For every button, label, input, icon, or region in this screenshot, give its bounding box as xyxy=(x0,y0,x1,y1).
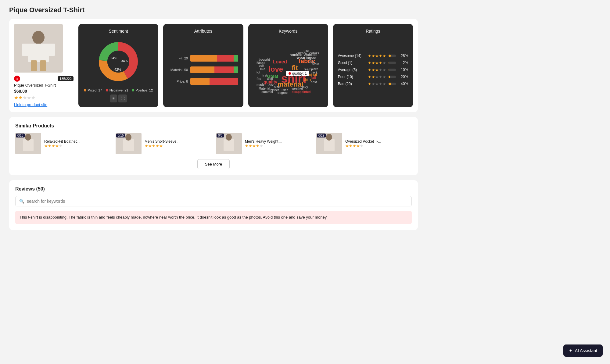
keywords-title: Keywords xyxy=(253,29,323,34)
similar-products-section: Similar Products 0/15Relaxed-Fit Boatnec… xyxy=(9,117,418,175)
similar-badge: 0/15 xyxy=(116,134,125,137)
ratings-chart: Awesome (14)★★★★★28%Good (1)★★★★★2%Avera… xyxy=(338,37,408,102)
product-stars: ★★★★★ xyxy=(14,95,74,101)
rating-row: Bad (20)★★★★★40% xyxy=(338,82,408,86)
review-item: This t-shirt is disappointing. The fabri… xyxy=(15,211,412,224)
keyword-word[interactable]: thin xyxy=(303,77,311,82)
donut-chart: 24% 34% 42% xyxy=(97,40,140,83)
keyword-word[interactable]: soft xyxy=(259,64,264,67)
attr-row-price: Price: 8 xyxy=(168,78,238,85)
page-title: Pique Oversized T-Shirt xyxy=(9,6,418,14)
attr-row-material: Material: 50 xyxy=(168,66,238,73)
legend-negative: Negative: 21 xyxy=(106,88,128,92)
donut-legend: Mixed: 17 Negative: 21 Positive: 12 xyxy=(84,86,153,92)
keyword-word[interactable]: fits xyxy=(257,77,261,80)
attr-row-fit: Fit: 29 xyxy=(168,55,238,62)
similar-products-title: Similar Products xyxy=(15,123,412,129)
similar-badge: 0/29 xyxy=(317,134,326,137)
svg-rect-19 xyxy=(123,139,134,151)
product-brand-row: ● 185/222 xyxy=(14,76,74,82)
svg-rect-16 xyxy=(23,139,34,151)
svg-text:24%: 24% xyxy=(110,56,117,60)
keyword-word[interactable]: first xyxy=(261,74,267,77)
similar-products-grid: 0/15Relaxed-Fit Boatnec...★★★★★0/15Men's… xyxy=(15,133,412,154)
sentiment-chart: 24% 34% 42% Mixed: 17 Negative: 21 xyxy=(83,37,153,102)
review-count-badge: 185/222 xyxy=(58,76,74,81)
product-image xyxy=(14,24,63,73)
keyword-word[interactable]: store xyxy=(308,56,316,60)
rating-row: Good (1)★★★★★2% xyxy=(338,61,408,65)
svg-point-20 xyxy=(125,134,131,141)
keyword-word[interactable]: Loved xyxy=(273,59,287,65)
hero-section: ● 185/222 Pique Oversized T-Shirt $68.00… xyxy=(9,19,418,112)
attributes-title: Attributes xyxy=(168,29,238,34)
rating-row: Poor (10)★★★★★20% xyxy=(338,75,408,79)
svg-rect-22 xyxy=(224,139,234,151)
keywords-card: Keywords shirtlovefitfabricLovedmaterial… xyxy=(248,24,328,107)
svg-rect-3 xyxy=(22,44,29,56)
product-card: ● 185/222 Pique Oversized T-Shirt $68.00… xyxy=(14,24,74,107)
keyword-word[interactable]: fall xyxy=(310,76,316,80)
expand-button[interactable]: ⛶ xyxy=(118,95,127,102)
sentiment-title: Sentiment xyxy=(83,29,153,34)
svg-point-17 xyxy=(25,134,31,141)
ratings-card: Ratings Awesome (14)★★★★★28%Good (1)★★★★… xyxy=(333,24,413,107)
svg-rect-4 xyxy=(48,44,55,56)
similar-product-item[interactable]: 0/6Men's Heavy Weight ...★★★★★ xyxy=(216,133,311,154)
keyword-word[interactable]: lot xyxy=(257,71,260,74)
similar-product-item[interactable]: 0/29Oversized Pocket T-...★★★★★ xyxy=(316,133,412,154)
keyword-word[interactable]: Wore xyxy=(310,67,318,71)
svg-rect-6 xyxy=(40,60,46,71)
search-input[interactable] xyxy=(27,199,408,204)
similar-badge: 0/15 xyxy=(16,134,25,137)
product-name: Pique Oversized T-Shirt xyxy=(14,83,74,87)
sentiment-card: Sentiment xyxy=(78,24,158,107)
ratings-title: Ratings xyxy=(338,29,408,34)
keyword-word[interactable]: degree xyxy=(278,91,288,95)
svg-rect-2 xyxy=(28,44,49,62)
attributes-card: Attributes Fit: 29 Material: 50 xyxy=(163,24,243,107)
keyword-word[interactable]: use xyxy=(303,49,309,53)
search-box: 🔍 xyxy=(15,196,412,206)
svg-point-1 xyxy=(32,31,45,44)
product-price: $68.00 xyxy=(14,89,74,94)
reviews-title: Reviews (50) xyxy=(15,186,412,192)
rating-row: Awesome (14)★★★★★28% xyxy=(338,54,408,58)
keyword-word[interactable]: Navy xyxy=(301,85,308,89)
keyword-word[interactable]: disappointed xyxy=(292,90,310,94)
svg-rect-25 xyxy=(324,139,335,151)
similar-product-item[interactable]: 0/15Men's Short-Sleeve ...★★★★★ xyxy=(116,133,211,154)
keyword-word[interactable]: love xyxy=(268,65,283,73)
reviews-section: Reviews (50) 🔍 This t-shirt is disappoin… xyxy=(9,180,418,230)
keywords-chart: shirtlovefitfabricLovedmaterialqualityGr… xyxy=(253,37,323,102)
svg-point-23 xyxy=(226,134,232,141)
attr-bar-material xyxy=(190,66,238,73)
attributes-chart: Fit: 29 Material: 50 xyxy=(168,37,238,102)
attr-bar-fit xyxy=(190,55,238,62)
legend-positive: Positive: 12 xyxy=(132,88,153,92)
filter-button[interactable]: ≡ xyxy=(110,95,117,102)
svg-text:42%: 42% xyxy=(114,68,121,71)
keyword-word[interactable]: one xyxy=(268,84,274,87)
similar-product-item[interactable]: 0/15Relaxed-Fit Boatnec...★★★★★ xyxy=(15,133,111,154)
keyword-tooltip: quality: 1 xyxy=(286,71,309,76)
svg-rect-5 xyxy=(31,60,37,71)
keyword-word[interactable]: bought xyxy=(259,58,270,61)
legend-mixed: Mixed: 17 xyxy=(84,88,102,92)
keyword-word[interactable]: best xyxy=(310,80,317,84)
keyword-word[interactable]: made xyxy=(257,83,264,86)
svg-point-26 xyxy=(326,134,332,141)
svg-text:34%: 34% xyxy=(121,59,128,63)
chart-controls: ≡ ⛶ xyxy=(110,95,127,102)
attr-bar-price xyxy=(190,78,238,85)
keyword-word[interactable]: like xyxy=(260,67,265,71)
keyword-word[interactable]: back xyxy=(310,71,318,74)
brand-logo: ● xyxy=(14,76,20,82)
keyword-word[interactable]: well xyxy=(267,77,273,80)
product-link[interactable]: Link to product site xyxy=(14,102,74,107)
see-more-button[interactable]: See More xyxy=(197,159,230,169)
similar-badge: 0/6 xyxy=(217,134,224,137)
keyword-word[interactable]: stain xyxy=(312,62,319,66)
keyword-word[interactable]: colors xyxy=(309,51,319,55)
keyword-word[interactable]: summer xyxy=(261,90,273,94)
